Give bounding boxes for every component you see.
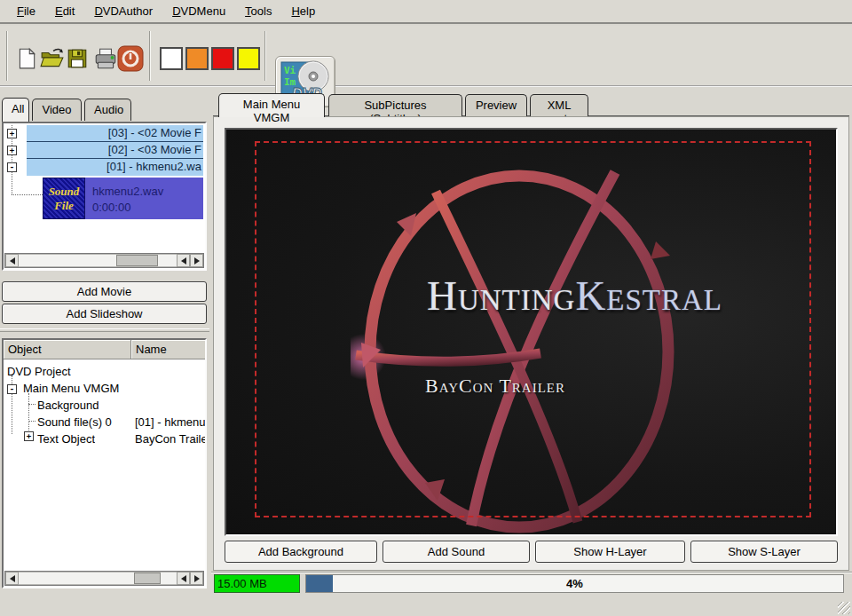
printer-icon bbox=[93, 47, 118, 70]
tree-item-background[interactable]: Background bbox=[37, 399, 99, 415]
file-item-01[interactable]: [01] - hkmenu2.wa bbox=[27, 159, 203, 176]
scroll-left-button[interactable] bbox=[5, 572, 19, 585]
window-resize-grip[interactable] bbox=[838, 602, 850, 614]
add-sound-button[interactable]: Add Sound bbox=[383, 541, 530, 563]
file-item-02[interactable]: [02] - <03 Movie F bbox=[27, 142, 203, 159]
save-project-button[interactable] bbox=[64, 45, 91, 72]
expand-icon[interactable]: + bbox=[24, 431, 34, 441]
project-size-badge: 15.00 MB bbox=[214, 574, 300, 593]
toolbar-handle[interactable] bbox=[6, 31, 8, 81]
tree-value-sound-files: [01] - hkmenu bbox=[135, 415, 205, 432]
panel-splitter[interactable] bbox=[0, 328, 209, 332]
tab-main-menu-vmgm[interactable]: Main Menu VMGM bbox=[218, 93, 325, 117]
tab-preview[interactable]: Preview bbox=[465, 94, 527, 116]
save-floppy-icon bbox=[66, 47, 89, 70]
menubar: File Edit DVDAuthor DVDMenu Tools Help bbox=[0, 0, 852, 24]
tree-item-sound-files[interactable]: Sound file(s) 0 bbox=[37, 415, 112, 432]
color-swatch-yellow[interactable] bbox=[237, 47, 260, 70]
menu-help[interactable]: Help bbox=[281, 3, 325, 20]
color-swatch-orange[interactable] bbox=[185, 47, 209, 70]
scrollbar-thumb[interactable] bbox=[116, 255, 157, 266]
quit-button[interactable] bbox=[116, 44, 145, 73]
scroll-right-button[interactable] bbox=[190, 254, 203, 267]
tab-video[interactable]: Video bbox=[32, 99, 82, 121]
menu-dvdmenu[interactable]: DVDMenu bbox=[162, 3, 235, 20]
toolbar-separator bbox=[149, 31, 151, 81]
sound-filename: hkmenu2.wav bbox=[92, 185, 163, 198]
scroll-left-button[interactable] bbox=[5, 254, 19, 267]
tree-item-text-object[interactable]: Text Object bbox=[37, 432, 95, 449]
column-header-name[interactable]: Name bbox=[131, 340, 205, 359]
tree-item-dvd-project[interactable]: DVD Project bbox=[7, 365, 71, 382]
sound-duration: 0:00:00 bbox=[92, 201, 130, 214]
progress-percent-label: 4% bbox=[306, 577, 843, 590]
progress-bar: 4% bbox=[305, 574, 844, 593]
object-table-hscrollbar[interactable] bbox=[4, 571, 204, 586]
file-list-hscrollbar[interactable] bbox=[4, 253, 204, 268]
add-background-button[interactable]: Add Background bbox=[225, 541, 377, 563]
open-project-button[interactable] bbox=[39, 45, 66, 72]
expand-icon[interactable]: + bbox=[7, 129, 17, 138]
statusbar-separator bbox=[211, 572, 852, 573]
tab-xml-out[interactable]: XML out bbox=[530, 94, 588, 116]
menu-subtitle-text[interactable]: BayCon Trailer bbox=[425, 375, 565, 398]
expand-icon[interactable]: + bbox=[7, 146, 17, 155]
show-h-layer-button[interactable]: Show H-Layer bbox=[535, 541, 685, 563]
add-slideshow-button[interactable]: Add Slideshow bbox=[2, 304, 207, 324]
add-movie-button[interactable]: Add Movie bbox=[2, 281, 207, 302]
file-item-03[interactable]: [03] - <02 Movie F bbox=[27, 125, 203, 142]
menu-editor-panel: HuntingKestral BayCon Trailer Add Backgr… bbox=[213, 116, 849, 571]
menu-file[interactable]: File bbox=[7, 3, 45, 20]
menu-title-text[interactable]: HuntingKestral bbox=[427, 272, 722, 320]
power-icon bbox=[117, 45, 144, 72]
scroll-left-button[interactable] bbox=[177, 254, 190, 267]
color-swatch-red[interactable] bbox=[211, 47, 234, 70]
menu-dvdauthor[interactable]: DVDAuthor bbox=[84, 3, 162, 20]
scroll-right-button[interactable] bbox=[190, 572, 203, 585]
open-folder-icon bbox=[40, 47, 65, 70]
toolbar-separator bbox=[264, 31, 266, 81]
sound-file-thumbnail: Sound File bbox=[43, 178, 85, 219]
new-project-button[interactable] bbox=[13, 45, 40, 72]
tree-item-main-menu[interactable]: Main Menu VMGM bbox=[23, 382, 119, 399]
toolbar: Vi Im DVD bbox=[0, 26, 852, 87]
color-swatch-white[interactable] bbox=[160, 47, 183, 70]
menu-preview-canvas[interactable]: HuntingKestral BayCon Trailer bbox=[225, 128, 838, 536]
scroll-left-button[interactable] bbox=[177, 572, 190, 585]
show-s-layer-button[interactable]: Show S-Layer bbox=[690, 541, 838, 563]
tab-subpictures[interactable]: SubPictures (Subtitles) bbox=[328, 94, 462, 116]
project-object-table: Object Name DVD Project - Main Menu VMGM… bbox=[2, 338, 207, 588]
tab-all[interactable]: All bbox=[2, 98, 29, 122]
collapse-icon[interactable]: - bbox=[7, 384, 17, 394]
tab-audio[interactable]: Audio bbox=[84, 99, 131, 121]
print-button[interactable] bbox=[92, 45, 119, 72]
scrollbar-thumb[interactable] bbox=[134, 573, 161, 584]
svg-text:Vi: Vi bbox=[284, 65, 296, 76]
media-file-list: [03] - <02 Movie F [02] - <03 Movie F [0… bbox=[2, 122, 207, 271]
new-document-icon bbox=[15, 47, 38, 70]
column-header-object[interactable]: Object bbox=[4, 340, 131, 359]
sound-file-item[interactable]: Sound File hkmenu2.wav 0:00:00 bbox=[43, 178, 203, 219]
title-safe-area-outline bbox=[255, 141, 811, 517]
menu-edit[interactable]: Edit bbox=[45, 3, 84, 20]
menu-tools[interactable]: Tools bbox=[235, 3, 281, 20]
collapse-icon[interactable]: - bbox=[7, 162, 17, 172]
tree-value-text-object: BayCon Traile bbox=[135, 432, 205, 449]
